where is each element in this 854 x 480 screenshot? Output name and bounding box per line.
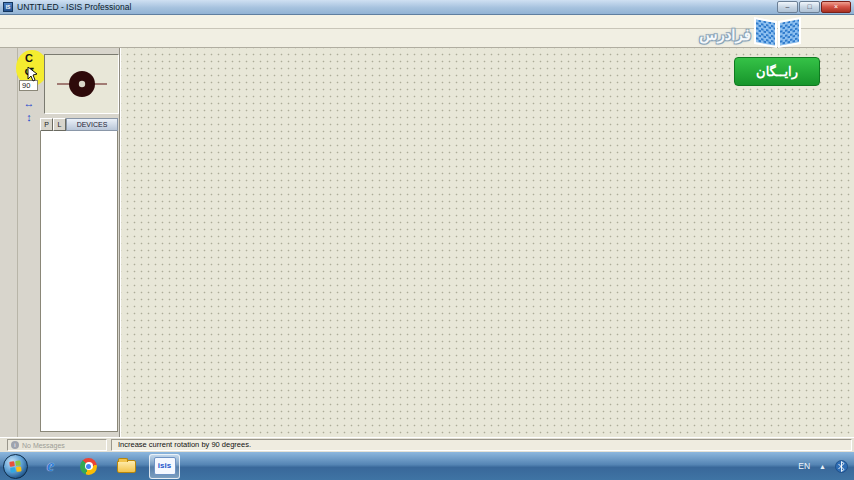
free-badge[interactable]: رایــگان (734, 57, 820, 86)
taskbar-tray: EN ▲ (798, 452, 848, 480)
faradars-book-logo (754, 17, 802, 50)
pick-devices-button[interactable]: P (40, 118, 53, 131)
rotate-clockwise-button[interactable]: C (21, 52, 37, 65)
status-bar: i No Messages Increase current rotation … (0, 437, 854, 452)
schematic-canvas[interactable] (120, 48, 854, 437)
left-panel: C ↺ 90 ↔ ↕ P L DEVICES (0, 48, 120, 437)
faradars-brand-text: فرادرس (699, 26, 751, 44)
folder-icon (117, 460, 136, 473)
show-hidden-icons-arrow[interactable]: ▲ (819, 463, 826, 470)
main-area: C ↺ 90 ↔ ↕ P L DEVICES (0, 48, 854, 437)
object-selector: P L DEVICES (40, 118, 118, 432)
object-preview (44, 54, 119, 114)
windows-flag-icon (9, 460, 23, 474)
taskbar-item-explorer[interactable] (111, 454, 142, 479)
faradars-watermark: فرادرس (699, 17, 802, 50)
mode-toolbar (0, 48, 18, 437)
app-icon: IS (3, 2, 13, 12)
mirror-horizontal-button[interactable]: ↔ (21, 97, 37, 110)
library-button[interactable]: L (53, 118, 66, 131)
maximize-button[interactable]: □ (799, 1, 820, 13)
chrome-icon (80, 458, 97, 475)
mouse-cursor (27, 67, 38, 82)
motor-preview-symbol (45, 55, 118, 113)
internet-explorer-icon: e (47, 456, 55, 476)
hint-message: Increase current rotation by 90 degrees. (111, 439, 852, 451)
minimize-button[interactable]: – (777, 1, 798, 13)
no-messages-label: No Messages (22, 442, 65, 449)
window-title: UNTITLED - ISIS Professional (17, 2, 131, 12)
info-icon: i (11, 441, 19, 449)
taskbar-item-chrome[interactable] (73, 454, 104, 479)
window-controls: – □ × (777, 1, 851, 13)
taskbar: e isis EN ▲ (0, 452, 854, 480)
devices-header: DEVICES (66, 118, 118, 131)
mirror-vertical-button[interactable]: ↕ (21, 111, 37, 124)
start-button[interactable] (3, 454, 28, 479)
isis-app-icon: isis (154, 457, 176, 475)
bluetooth-icon[interactable] (835, 459, 848, 474)
close-button[interactable]: × (821, 1, 851, 13)
taskbar-item-isis[interactable]: isis (149, 454, 180, 479)
message-status-panel: i No Messages (7, 439, 107, 451)
selector-header: P L DEVICES (40, 118, 118, 131)
language-indicator[interactable]: EN (798, 461, 810, 471)
device-list (40, 131, 118, 432)
taskbar-item-ie[interactable]: e (35, 454, 66, 479)
title-bar: IS UNTITLED - ISIS Professional – □ × (0, 0, 854, 15)
